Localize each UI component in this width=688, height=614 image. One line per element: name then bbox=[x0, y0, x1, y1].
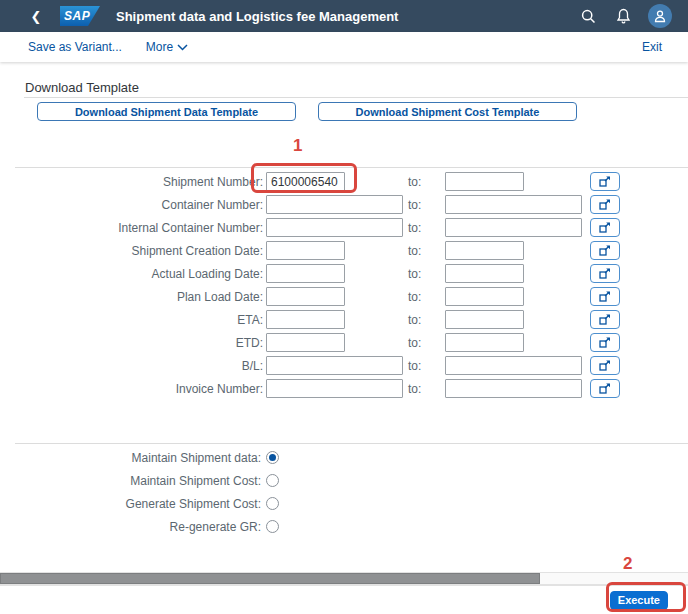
field-input-to[interactable] bbox=[445, 333, 524, 352]
field-input-from[interactable] bbox=[266, 356, 403, 375]
field-input-to[interactable] bbox=[445, 172, 524, 191]
form-row: ETA: to: bbox=[0, 310, 620, 329]
form-row: Actual Loading Date: to: bbox=[0, 264, 620, 283]
field-input-from[interactable] bbox=[266, 333, 345, 352]
exit-button[interactable]: Exit bbox=[642, 40, 662, 54]
form-row: Shipment Creation Date: to: bbox=[0, 241, 620, 260]
annotation-step-1: 1 bbox=[293, 136, 302, 156]
field-input-to[interactable] bbox=[445, 310, 524, 329]
download-shipment-cost-template-button[interactable]: Download Shipment Cost Template bbox=[318, 102, 577, 121]
search-icon[interactable] bbox=[578, 6, 598, 26]
multiple-selection-icon[interactable] bbox=[590, 287, 620, 306]
field-input-to[interactable] bbox=[445, 356, 582, 375]
form-row: Invoice Number: to: bbox=[0, 379, 620, 398]
notifications-bell-icon[interactable] bbox=[613, 6, 633, 26]
radio-button[interactable] bbox=[266, 520, 279, 533]
field-label: Shipment Creation Date: bbox=[0, 244, 266, 258]
section-title: Download Template bbox=[25, 80, 139, 95]
application-window: ❮ SAP Shipment data and Logistics fee Ma… bbox=[0, 0, 688, 614]
to-label: to: bbox=[408, 267, 445, 281]
horizontal-scrollbar-thumb[interactable] bbox=[0, 573, 540, 584]
multiple-selection-icon[interactable] bbox=[590, 310, 620, 329]
to-label: to: bbox=[408, 382, 445, 396]
field-label: B/L: bbox=[0, 359, 266, 373]
field-input-to[interactable] bbox=[445, 379, 582, 398]
field-label: Internal Container Number: bbox=[0, 221, 266, 235]
field-input-from[interactable] bbox=[266, 195, 403, 214]
field-input-from[interactable] bbox=[266, 241, 345, 260]
radio-button[interactable] bbox=[266, 497, 279, 510]
download-shipment-data-template-button[interactable]: Download Shipment Data Template bbox=[37, 102, 296, 121]
multiple-selection-icon[interactable] bbox=[590, 356, 620, 375]
field-input-to[interactable] bbox=[445, 195, 582, 214]
field-input-from[interactable] bbox=[266, 379, 403, 398]
multiple-selection-icon[interactable] bbox=[590, 264, 620, 283]
form-row: B/L: to: bbox=[0, 356, 620, 375]
multiple-selection-icon[interactable] bbox=[590, 379, 620, 398]
multiple-selection-icon[interactable] bbox=[590, 172, 620, 191]
field-label: Actual Loading Date: bbox=[0, 267, 266, 281]
option-row: Re-generate GR: bbox=[0, 517, 620, 536]
option-row: Generate Shipment Cost: bbox=[0, 494, 620, 513]
option-label: Generate Shipment Cost: bbox=[0, 497, 266, 511]
sap-logo[interactable]: SAP bbox=[60, 6, 100, 26]
field-input-from[interactable] bbox=[266, 310, 345, 329]
to-label: to: bbox=[408, 175, 445, 189]
selection-form: Shipment Number: to: Container Number: t… bbox=[0, 172, 620, 402]
field-input-from[interactable] bbox=[266, 287, 345, 306]
form-top-separator bbox=[15, 167, 688, 168]
field-label: ETD: bbox=[0, 336, 266, 350]
to-label: to: bbox=[408, 221, 445, 235]
to-label: to: bbox=[408, 313, 445, 327]
form-row: Plan Load Date: to: bbox=[0, 287, 620, 306]
footer-toolbar: Execute bbox=[0, 585, 688, 614]
field-input-to[interactable] bbox=[445, 287, 524, 306]
field-input-to[interactable] bbox=[445, 264, 524, 283]
shell-actions bbox=[578, 4, 688, 28]
option-label: Maintain Shipment Cost: bbox=[0, 474, 266, 488]
to-label: to: bbox=[408, 244, 445, 258]
form-row: Internal Container Number: to: bbox=[0, 218, 620, 237]
field-label: Plan Load Date: bbox=[0, 290, 266, 304]
annotation-step-2: 2 bbox=[623, 554, 632, 574]
multiple-selection-icon[interactable] bbox=[590, 218, 620, 237]
more-button[interactable]: More bbox=[146, 40, 188, 54]
shell-header: ❮ SAP Shipment data and Logistics fee Ma… bbox=[0, 0, 688, 32]
field-label: Invoice Number: bbox=[0, 382, 266, 396]
field-label: Container Number: bbox=[0, 198, 266, 212]
form-row: Container Number: to: bbox=[0, 195, 620, 214]
field-input-to[interactable] bbox=[445, 218, 582, 237]
back-icon[interactable]: ❮ bbox=[28, 10, 44, 23]
option-row: Maintain Shipment data: bbox=[0, 448, 620, 467]
more-label: More bbox=[146, 40, 173, 54]
variant-toolbar: Save as Variant... More Exit bbox=[0, 32, 688, 62]
field-input-from[interactable] bbox=[266, 218, 403, 237]
sap-logo-text: SAP bbox=[60, 9, 90, 23]
to-label: to: bbox=[408, 359, 445, 373]
to-label: to: bbox=[408, 290, 445, 304]
chevron-down-icon bbox=[177, 44, 188, 51]
horizontal-scrollbar-track[interactable] bbox=[0, 572, 688, 585]
multiple-selection-icon[interactable] bbox=[590, 333, 620, 352]
multiple-selection-icon[interactable] bbox=[590, 241, 620, 260]
to-label: to: bbox=[408, 336, 445, 350]
save-as-variant-button[interactable]: Save as Variant... bbox=[28, 40, 122, 54]
page-title: Shipment data and Logistics fee Manageme… bbox=[116, 9, 398, 24]
option-row: Maintain Shipment Cost: bbox=[0, 471, 620, 490]
options-group: Maintain Shipment data: Maintain Shipmen… bbox=[0, 448, 620, 540]
execute-button[interactable]: Execute bbox=[610, 591, 668, 610]
to-label: to: bbox=[408, 198, 445, 212]
radio-button[interactable] bbox=[266, 451, 279, 464]
options-separator bbox=[15, 443, 688, 444]
user-avatar-icon[interactable] bbox=[648, 4, 672, 28]
field-label: ETA: bbox=[0, 313, 266, 327]
option-label: Re-generate GR: bbox=[0, 520, 266, 534]
radio-button[interactable] bbox=[266, 474, 279, 487]
field-input-to[interactable] bbox=[445, 241, 524, 260]
field-input-from[interactable] bbox=[266, 172, 345, 191]
multiple-selection-icon[interactable] bbox=[590, 195, 620, 214]
template-buttons-row: Download Shipment Data Template Download… bbox=[37, 102, 577, 121]
form-row: Shipment Number: to: bbox=[0, 172, 620, 191]
field-input-from[interactable] bbox=[266, 264, 345, 283]
option-label: Maintain Shipment data: bbox=[0, 451, 266, 465]
